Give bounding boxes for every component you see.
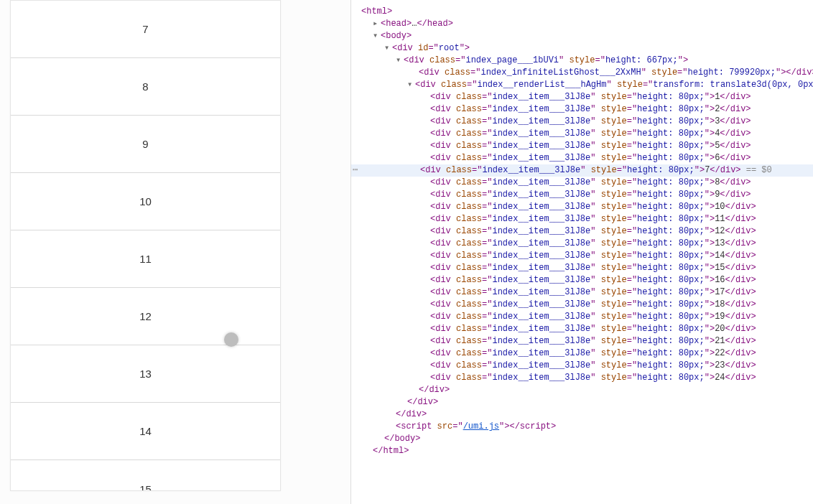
dom-node-item[interactable]: <div class="index__item___3lJ8e" style="… bbox=[361, 177, 813, 189]
attr-class-value: index_page___1bUVi bbox=[465, 55, 559, 65]
dom-node-item[interactable]: <div class="index__item___3lJ8e" style="… bbox=[361, 116, 813, 128]
dom-node-item[interactable]: <div class="index__item___3lJ8e" style="… bbox=[361, 91, 813, 103]
dom-node-root-close[interactable]: </div> bbox=[361, 409, 813, 421]
list-item[interactable]: 10 bbox=[11, 173, 280, 230]
elements-panel[interactable]: <html> ▸<head>…</head> ▾<body> ▾<div id=… bbox=[350, 0, 813, 504]
attr-class-value: index_infiniteListGhost___2XxMH bbox=[480, 67, 641, 78]
dom-node-item[interactable]: <div class="index__item___3lJ8e" style="… bbox=[361, 372, 813, 384]
dom-node-item[interactable]: <div class="index__item___3lJ8e" style="… bbox=[361, 128, 813, 140]
dom-node-item[interactable]: <div class="index__item___3lJ8e" style="… bbox=[361, 360, 813, 372]
touch-cursor-icon bbox=[224, 332, 238, 347]
dom-node-item[interactable]: <div class="index__item___3lJ8e" style="… bbox=[361, 335, 813, 347]
dom-node-body-open[interactable]: ▾<body> bbox=[361, 30, 813, 42]
list-item[interactable]: 12 bbox=[11, 288, 280, 345]
script-src-link[interactable]: /umi.js bbox=[463, 421, 499, 431]
dom-node-item[interactable]: <div class="index__item___3lJ8e" style="… bbox=[361, 299, 813, 311]
list-item[interactable]: 11 bbox=[11, 230, 280, 288]
attr-style-value: height: 667px; bbox=[605, 55, 678, 65]
list-item[interactable]: 7 bbox=[11, 1, 280, 58]
list-item[interactable]: 14 bbox=[11, 403, 280, 460]
list-item[interactable]: 8 bbox=[11, 58, 280, 116]
dom-node-item[interactable]: <div class="index__item___3lJ8e" style="… bbox=[361, 201, 813, 213]
dom-node-root[interactable]: ▾<div id="root"> bbox=[361, 42, 813, 55]
dom-node-item[interactable]: <div class="index__item___3lJ8e" style="… bbox=[361, 274, 813, 286]
dom-node-renderlist-close[interactable]: </div> bbox=[361, 384, 813, 396]
dom-node-html[interactable]: <html> bbox=[361, 6, 813, 18]
dom-node-renderlist[interactable]: ▾<div class="index__renderList___hAgHm" … bbox=[361, 79, 813, 91]
dom-node-page[interactable]: ▾<div class="index_page___1bUVi" style="… bbox=[361, 55, 813, 67]
dom-node-item[interactable]: ⋯<div class="index__item___3lJ8e" style=… bbox=[351, 164, 813, 177]
dom-node-item[interactable]: <div class="index__item___3lJ8e" style="… bbox=[361, 225, 813, 238]
dom-node-script[interactable]: <script src="/umi.js"></script> bbox=[361, 421, 813, 433]
preview-pane: 789101112131415 bbox=[0, 0, 350, 504]
list-item[interactable]: 9 bbox=[11, 116, 280, 173]
dom-node-item[interactable]: <div class="index__item___3lJ8e" style="… bbox=[361, 286, 813, 299]
infinite-list[interactable]: 789101112131415 bbox=[10, 0, 281, 491]
dom-node-item[interactable]: <div class="index__item___3lJ8e" style="… bbox=[361, 250, 813, 262]
dom-node-page-close[interactable]: </div> bbox=[361, 396, 813, 409]
dom-node-item[interactable]: <div class="index__item___3lJ8e" style="… bbox=[361, 213, 813, 225]
list-item[interactable]: 15 bbox=[11, 460, 280, 491]
more-icon[interactable]: ⋯ bbox=[353, 164, 358, 177]
dom-node-item[interactable]: <div class="index__item___3lJ8e" style="… bbox=[361, 152, 813, 164]
attr-style-value: transform: translate3d(0px, 0px, 0px); bbox=[653, 80, 813, 90]
attr-class-value: index__renderList___hAgHm bbox=[477, 80, 606, 90]
dom-node-item[interactable]: <div class="index__item___3lJ8e" style="… bbox=[361, 189, 813, 201]
dom-node-html-close[interactable]: </html> bbox=[361, 445, 813, 457]
list-item[interactable]: 13 bbox=[11, 345, 280, 403]
dom-node-item[interactable]: <div class="index__item___3lJ8e" style="… bbox=[361, 323, 813, 335]
dom-node-item[interactable]: <div class="index__item___3lJ8e" style="… bbox=[361, 103, 813, 116]
dom-node-body-close[interactable]: </body> bbox=[361, 433, 813, 445]
dom-node-head[interactable]: ▸<head>…</head> bbox=[361, 18, 813, 30]
attr-id-value: root bbox=[439, 43, 460, 53]
attr-style-value: height: 799920px; bbox=[688, 67, 776, 78]
dom-node-item[interactable]: <div class="index__item___3lJ8e" style="… bbox=[361, 311, 813, 323]
dom-node-item[interactable]: <div class="index__item___3lJ8e" style="… bbox=[361, 347, 813, 360]
dom-node-item[interactable]: <div class="index__item___3lJ8e" style="… bbox=[361, 262, 813, 274]
selected-marker: == $0 bbox=[746, 165, 772, 175]
dom-node-item[interactable]: <div class="index__item___3lJ8e" style="… bbox=[361, 238, 813, 250]
app-root: 789101112131415 <html> ▸<head>…</head> ▾… bbox=[0, 0, 813, 504]
dom-node-item[interactable]: <div class="index__item___3lJ8e" style="… bbox=[361, 140, 813, 152]
dom-node-ghost[interactable]: <div class="index_infiniteListGhost___2X… bbox=[361, 67, 813, 79]
